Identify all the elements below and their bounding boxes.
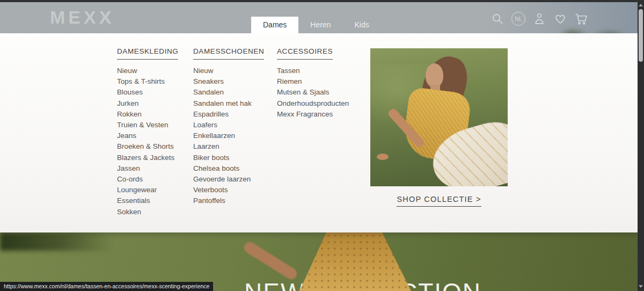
language-badge[interactable]: NL (511, 12, 525, 26)
menu-item[interactable]: Gevoerde laarzen (193, 174, 264, 185)
status-bar-url: https://www.mexx.com/nl/dames/tassen-en-… (0, 282, 213, 291)
tab-heren[interactable]: Heren (298, 17, 342, 33)
menu-item[interactable]: Laarzen (193, 141, 264, 152)
brand-logo[interactable]: MEXX (50, 7, 114, 28)
main-nav: Dames Heren Kids (251, 17, 381, 33)
hero-model-dress (299, 232, 411, 291)
promo-model-face (426, 63, 443, 88)
promo-image[interactable] (370, 48, 508, 186)
account-icon[interactable] (532, 12, 546, 26)
cart-icon[interactable] (574, 12, 588, 26)
hero-treeline (0, 232, 113, 251)
scrollbar-down-arrow-icon[interactable] (639, 285, 643, 288)
menu-item[interactable]: Pantoffels (193, 195, 264, 206)
menu-column-list: TassenRiemenMutsen & SjaalsOnderhoudspro… (277, 66, 349, 120)
menu-item[interactable]: Essentials (117, 195, 178, 206)
menu-item[interactable]: Mexx Fragrances (277, 109, 349, 120)
menu-item[interactable]: Jurken (117, 98, 178, 109)
tab-kids[interactable]: Kids (343, 17, 381, 33)
menu-column-damesschoenen: DAMESSCHOENEN NieuwSneakersSandalenSanda… (193, 46, 264, 207)
wishlist-icon[interactable] (553, 12, 567, 26)
menu-column-dameskleding: DAMESKLEDING NieuwTops & T-shirtsBlouses… (117, 46, 178, 217)
menu-item[interactable]: Veterboots (193, 185, 264, 195)
shop-collectie-wrap: SHOP COLLECTIE > (370, 194, 508, 207)
menu-item[interactable]: Rokken (117, 109, 178, 120)
scrollbar-up-arrow-icon[interactable] (639, 4, 643, 6)
mega-menu-panel: DAMESKLEDING NieuwTops & T-shirtsBlouses… (0, 33, 638, 232)
tab-dames[interactable]: Dames (251, 17, 298, 33)
menu-item[interactable]: Jassen (117, 163, 178, 174)
menu-column-accessoires: ACCESSOIRES TassenRiemenMutsen & SjaalsO… (277, 46, 349, 120)
menu-item[interactable]: Loafers (193, 120, 264, 130)
menu-item[interactable]: Chelsea boots (193, 163, 264, 174)
menu-column-list: NieuwSneakersSandalenSandalen met hakEsp… (193, 66, 264, 207)
menu-item[interactable]: Tops & T-shirts (117, 76, 178, 87)
menu-item[interactable]: Sandalen (193, 87, 264, 98)
menu-column-list: NieuwTops & T-shirtsBlousesJurkenRokkenT… (117, 66, 178, 217)
menu-item[interactable]: Riemen (277, 76, 349, 87)
menu-item[interactable]: Co-ords (117, 174, 178, 185)
menu-item[interactable]: Mutsen & Sjaals (277, 87, 349, 98)
menu-column-title[interactable]: ACCESSOIRES (277, 47, 333, 60)
menu-item[interactable]: Sokken (117, 207, 178, 217)
menu-item[interactable]: Blazers & Jackets (117, 152, 178, 163)
header-icons: NL (491, 11, 588, 27)
menu-item[interactable]: Sandalen met hak (193, 98, 264, 109)
scrollbar-thumb[interactable] (639, 9, 643, 62)
menu-item[interactable]: Loungewear (117, 185, 178, 195)
menu-item[interactable]: Truien & Vesten (117, 120, 178, 130)
menu-column-title[interactable]: DAMESKLEDING (117, 47, 178, 60)
shop-collectie-link[interactable]: SHOP COLLECTIE > (397, 195, 481, 207)
menu-column-title[interactable]: DAMESSCHOENEN (193, 47, 264, 60)
browser-top-edge (0, 0, 644, 2)
header-bar: MEXX Dames Heren Kids NL (0, 2, 638, 33)
menu-item[interactable]: Nieuw (117, 66, 178, 76)
hero-model-arm (242, 240, 299, 281)
menu-item[interactable]: Sneakers (193, 76, 264, 87)
menu-item[interactable]: Blouses (117, 87, 178, 98)
menu-item[interactable]: Enkellaarzen (193, 130, 264, 141)
menu-item[interactable]: Tassen (277, 66, 349, 76)
menu-item[interactable]: Broeken & Shorts (117, 141, 178, 152)
search-icon[interactable] (491, 12, 504, 26)
menu-item[interactable]: Biker boots (193, 152, 264, 163)
scrollbar-track[interactable] (638, 0, 644, 291)
menu-item[interactable]: Espadrilles (193, 109, 264, 120)
menu-item[interactable]: Nieuw (193, 66, 264, 76)
promo-model-hand (377, 154, 389, 160)
menu-item[interactable]: Onderhoudsproducten (277, 98, 349, 109)
menu-item[interactable]: Jeans (117, 130, 178, 141)
